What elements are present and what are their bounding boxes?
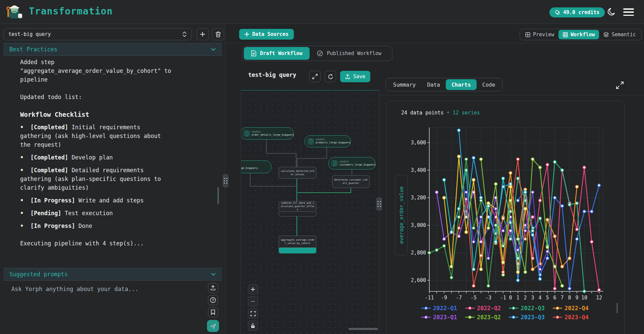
workflow-canvas[interactable]: SOURCEorders_large_bigquerySOURCEorder_d…	[241, 90, 379, 334]
chat-paragraph: Updated todo list:	[20, 93, 173, 101]
expand-canvas-button[interactable]	[309, 71, 321, 82]
workflow-node-customers[interactable]: SOURCEcustomers_large_bigquery	[328, 157, 375, 170]
plus-icon	[245, 32, 249, 37]
panel-resize-grip[interactable]	[376, 197, 382, 210]
x-tick-label: 1	[516, 295, 519, 301]
checklist-item: • [In Progress] Done	[20, 222, 173, 230]
legend-label: 2023-Q1	[433, 314, 457, 321]
chat-input[interactable]: Ask Yorph anything about your data...	[11, 286, 199, 292]
node-label: products_large_bigquery	[316, 141, 351, 144]
chevron-down-icon	[211, 48, 216, 51]
workflow-node-orders[interactable]: SOURCEorders_large_bigquery	[241, 160, 271, 173]
workflow-node-products[interactable]: SOURCEproducts_large_bigquery	[305, 135, 351, 147]
tab-semantic[interactable]: Semantic	[599, 30, 640, 39]
trash-icon	[215, 31, 221, 37]
fit-view-icon	[251, 311, 256, 316]
checklist-item: • [Completed] Detailed requirements gath…	[20, 166, 173, 192]
tab-charts[interactable]: Charts	[446, 79, 477, 90]
save-button-label: Save	[353, 74, 365, 80]
assistant-chat-log: Added step "aggregate_average_order_valu…	[3, 56, 181, 266]
assistant-sidebar: test-big query Best Practices Added step…	[0, 24, 225, 334]
workflow-node-order_details[interactable]: SOURCEorder_details_large_bigquery	[241, 127, 293, 140]
legend-item-2023-Q2[interactable]: 2023-Q2	[465, 314, 501, 321]
tab-workflow[interactable]: Workflow	[558, 30, 599, 39]
source-tag: SOURCE	[339, 160, 376, 163]
y-tick-label: 3,400	[411, 167, 426, 173]
data-sources-button[interactable]: Data Sources	[239, 29, 294, 40]
chat-scrollbar-thumb[interactable]	[217, 187, 219, 204]
canvas-horizontal-scrollbar[interactable]	[348, 328, 378, 330]
legend-item-2023-Q1[interactable]: 2023-Q1	[421, 314, 457, 321]
legend-label: 2023-Q4	[565, 314, 589, 321]
zoom-out-button[interactable]	[248, 296, 258, 306]
sidebar-resize-grip[interactable]	[223, 174, 228, 187]
tab-code[interactable]: Code	[477, 79, 501, 90]
zoom-in-button[interactable]	[248, 284, 258, 294]
x-tick-label: 4	[538, 295, 541, 301]
checklist-item: • [Pending] Test execution	[20, 209, 173, 218]
save-upload-icon	[345, 74, 350, 79]
workflow-node-aggregate[interactable]: aggregate_average_order_value_by_cohort	[279, 236, 316, 248]
legend-label: 2022-Q2	[477, 305, 501, 312]
lock-button[interactable]	[248, 321, 258, 331]
fit-view-button[interactable]	[248, 308, 258, 319]
legend-item-2022-Q4[interactable]: 2022-Q4	[553, 305, 589, 312]
tab-published-workflow-label: Published Workflow	[327, 50, 381, 56]
legend-item-2022-Q3[interactable]: 2022-Q3	[509, 305, 545, 312]
view-mode-tabs: Preview Workflow Semantic	[520, 29, 642, 40]
minus-icon	[251, 299, 255, 304]
expand-icon	[312, 74, 318, 79]
hamburger-menu-icon[interactable]	[623, 8, 634, 16]
layers-icon	[603, 32, 609, 37]
help-icon: ?	[210, 297, 216, 303]
workflow-node-determine[interactable]: determine_customer_cohort_quarter	[332, 175, 370, 188]
send-message-button[interactable]	[207, 320, 219, 332]
checklist-item: • [Completed] Develop plan	[20, 153, 173, 162]
legend-item-2023-Q3[interactable]: 2023-Q3	[509, 314, 545, 321]
node-progress-bar	[279, 248, 316, 253]
x-tick-label: -9	[441, 295, 447, 301]
save-workflow-button[interactable]: Save	[340, 71, 370, 82]
x-tick-label: 12	[596, 295, 602, 301]
bookmark-button[interactable]	[208, 307, 218, 317]
x-tick-label: 0	[509, 295, 512, 301]
fullscreen-icon[interactable]	[616, 81, 624, 89]
canvas-title: test-big query	[248, 71, 296, 78]
source-tag: SOURCE	[252, 131, 294, 133]
app-logo-icon	[5, 3, 23, 20]
suggested-prompts-header[interactable]: Suggested prompts	[3, 268, 222, 281]
help-button[interactable]: ?	[208, 295, 218, 305]
tab-published-workflow[interactable]: Published Workflow	[310, 47, 389, 60]
tab-data[interactable]: Data	[421, 79, 446, 90]
chat-paragraph: Executing pipeline with 4 step(s)...	[20, 239, 173, 248]
upload-attachment-button[interactable]	[208, 283, 218, 293]
credits-badge[interactable]: 49.0 credits	[549, 7, 605, 17]
add-pipeline-button[interactable]	[197, 28, 209, 40]
node-label: combine_all_data_and_calculate_quarter_o…	[280, 201, 315, 211]
results-divider	[380, 95, 644, 95]
plus-icon	[251, 287, 255, 292]
legend-scrollbar-thumb[interactable]	[616, 303, 618, 314]
legend-item-2023-Q4[interactable]: 2023-Q4	[553, 314, 589, 321]
svg-text:?: ?	[212, 298, 214, 302]
app-title: Transformation	[29, 6, 113, 17]
chart-meta: 24 data points • 12 series	[401, 110, 480, 116]
tab-preview[interactable]: Preview	[521, 30, 558, 39]
legend-item-2022-Q2[interactable]: 2022-Q2	[465, 305, 501, 312]
tab-summary[interactable]: Summary	[387, 79, 421, 90]
tab-draft-workflow[interactable]: Draft Workflow	[244, 47, 310, 60]
refresh-canvas-button[interactable]	[325, 71, 336, 82]
legend-item-2022-Q1[interactable]: 2022-Q1	[421, 305, 457, 312]
x-tick-label: -5	[471, 295, 477, 301]
node-label: calculate_detailed_order_values	[280, 170, 315, 176]
tab-draft-workflow-label: Draft Workflow	[260, 50, 302, 56]
refresh-icon	[328, 74, 333, 80]
legend-label: 2023-Q3	[521, 314, 545, 321]
pipeline-select[interactable]: test-big query	[3, 28, 192, 40]
workflow-node-calculate[interactable]: calculate_detailed_order_values	[279, 167, 316, 179]
dark-mode-toggle-moon-icon[interactable]	[607, 7, 616, 17]
best-practices-header[interactable]: Best Practices	[3, 43, 222, 56]
delete-pipeline-button[interactable]	[212, 28, 224, 40]
workflow-node-combine[interactable]: combine_all_data_and_calculate_quarter_o…	[279, 201, 316, 212]
legend-marker-icon	[465, 306, 475, 310]
